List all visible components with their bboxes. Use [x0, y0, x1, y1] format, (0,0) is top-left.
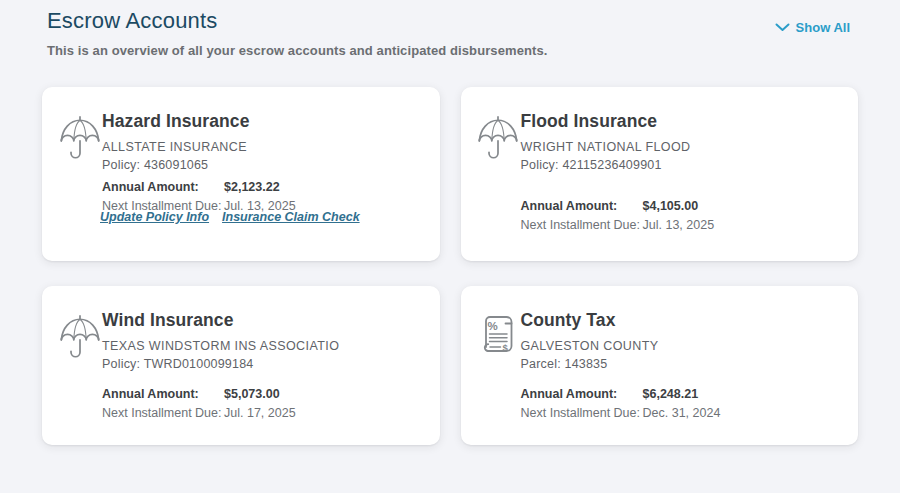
annual-amount-row: Annual Amount: $6,248.21 — [521, 385, 841, 404]
umbrella-icon — [476, 111, 521, 172]
amount-info: Annual Amount: $5,073.00 Next Installmen… — [102, 385, 422, 423]
annual-amount-row: Annual Amount: $5,073.00 — [102, 385, 422, 404]
page-header: Escrow Accounts This is an overview of a… — [0, 0, 900, 58]
policy-number: Policy: 436091065 — [102, 158, 250, 172]
provider-name: ALLSTATE INSURANCE — [102, 140, 250, 154]
next-installment-value: Jul. 13, 2025 — [643, 216, 715, 235]
next-installment-value: Dec. 31, 2024 — [643, 404, 721, 423]
umbrella-icon — [57, 310, 102, 371]
card-wind-insurance: Wind Insurance TEXAS WINDSTORM INS ASSOC… — [42, 286, 440, 445]
card-links: Update Policy Info Insurance Claim Check — [100, 210, 360, 224]
card-head: Wind Insurance TEXAS WINDSTORM INS ASSOC… — [57, 310, 420, 371]
card-title: Wind Insurance — [102, 310, 339, 331]
next-installment-label: Next Installment Due: — [102, 404, 224, 423]
parcel-number: Parcel: 143835 — [521, 357, 659, 371]
annual-amount-row: Annual Amount: $2,123.22 — [102, 178, 422, 197]
svg-text:%: % — [488, 320, 498, 332]
show-all-button[interactable]: Show All — [775, 20, 850, 35]
card-title: County Tax — [521, 310, 659, 331]
card-title: Hazard Insurance — [102, 111, 250, 132]
policy-number: Policy: 42115236409901 — [521, 158, 691, 172]
chevron-down-icon — [775, 23, 790, 32]
svg-text:$: $ — [503, 342, 509, 353]
card-title: Flood Insurance — [521, 111, 691, 132]
next-installment-label: Next Installment Due: — [521, 216, 643, 235]
provider-name: WRIGHT NATIONAL FLOOD — [521, 140, 691, 154]
next-installment-row: Next Installment Due: Jul. 13, 2025 — [521, 216, 841, 235]
umbrella-icon — [57, 111, 102, 172]
next-installment-row: Next Installment Due: Jul. 17, 2025 — [102, 404, 422, 423]
escrow-cards-grid: Hazard Insurance ALLSTATE INSURANCE Poli… — [42, 87, 858, 445]
insurance-claim-check-link[interactable]: Insurance Claim Check — [222, 210, 360, 224]
tax-document-icon: % $ — [476, 310, 521, 371]
card-titles: Wind Insurance TEXAS WINDSTORM INS ASSOC… — [102, 310, 339, 371]
card-flood-insurance: Flood Insurance WRIGHT NATIONAL FLOOD Po… — [461, 87, 859, 261]
annual-amount-label: Annual Amount: — [521, 385, 643, 404]
card-titles: County Tax GALVESTON COUNTY Parcel: 1438… — [521, 310, 659, 371]
annual-amount-label: Annual Amount: — [102, 178, 224, 197]
update-policy-info-link[interactable]: Update Policy Info — [100, 210, 209, 224]
provider-name: GALVESTON COUNTY — [521, 339, 659, 353]
next-installment-value: Jul. 17, 2025 — [224, 404, 296, 423]
provider-name: TEXAS WINDSTORM INS ASSOCIATIO — [102, 339, 339, 353]
page-subtitle: This is an overview of all your escrow a… — [47, 43, 900, 58]
page-title: Escrow Accounts — [47, 8, 900, 34]
amount-info: Annual Amount: $6,248.21 Next Installmen… — [521, 385, 841, 423]
card-hazard-insurance: Hazard Insurance ALLSTATE INSURANCE Poli… — [42, 87, 440, 261]
card-county-tax: % $ County Tax GALVESTON COUNTY Parcel: … — [461, 286, 859, 445]
card-titles: Hazard Insurance ALLSTATE INSURANCE Poli… — [102, 111, 250, 172]
annual-amount-label: Annual Amount: — [102, 385, 224, 404]
annual-amount-label: Annual Amount: — [521, 197, 643, 216]
card-head: Hazard Insurance ALLSTATE INSURANCE Poli… — [57, 111, 420, 172]
card-titles: Flood Insurance WRIGHT NATIONAL FLOOD Po… — [521, 111, 691, 172]
annual-amount-row: Annual Amount: $4,105.00 — [521, 197, 841, 216]
card-head: Flood Insurance WRIGHT NATIONAL FLOOD Po… — [476, 111, 839, 172]
annual-amount-value: $6,248.21 — [643, 385, 699, 404]
amount-info: Annual Amount: $4,105.00 Next Installmen… — [521, 197, 841, 235]
next-installment-label: Next Installment Due: — [521, 404, 643, 423]
show-all-label: Show All — [796, 20, 850, 35]
next-installment-row: Next Installment Due: Dec. 31, 2024 — [521, 404, 841, 423]
policy-number: Policy: TWRD0100099184 — [102, 357, 339, 371]
annual-amount-value: $2,123.22 — [224, 178, 280, 197]
annual-amount-value: $4,105.00 — [643, 197, 699, 216]
annual-amount-value: $5,073.00 — [224, 385, 280, 404]
card-head: % $ County Tax GALVESTON COUNTY Parcel: … — [476, 310, 839, 371]
